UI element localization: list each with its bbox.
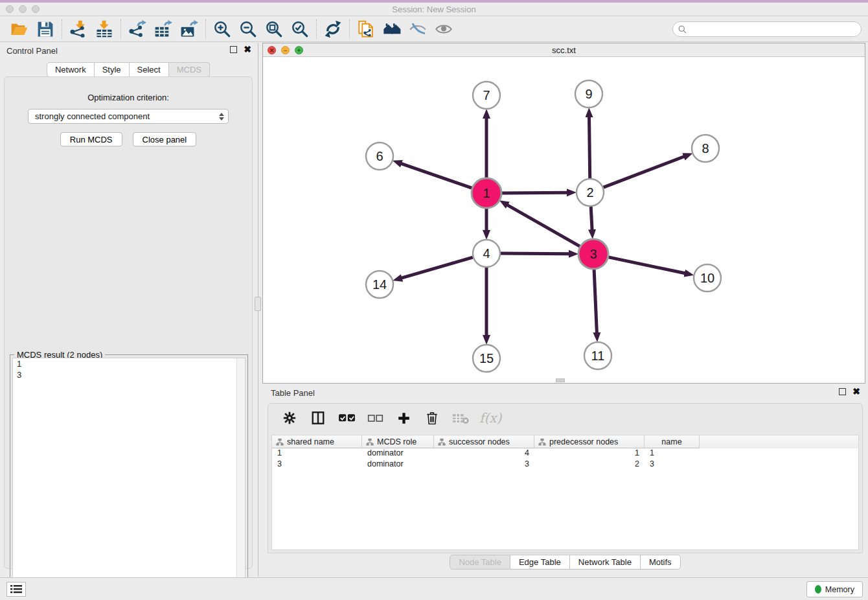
node-2[interactable]: 2 [577, 179, 604, 206]
edge-3-10[interactable] [609, 257, 685, 273]
tab-network[interactable]: Network [47, 62, 95, 77]
close-table-panel-icon[interactable]: ✖ [852, 388, 860, 395]
node-15[interactable]: 15 [473, 345, 500, 372]
column-visibility-icon[interactable] [308, 408, 328, 428]
search-input[interactable] [672, 21, 862, 37]
apply-layout-icon[interactable] [320, 18, 346, 40]
node-11[interactable]: 11 [584, 342, 611, 369]
toolbar-separator [349, 19, 350, 39]
node-3[interactable]: 3 [578, 239, 608, 269]
column-header-MCDS-role[interactable]: MCDS role [362, 435, 434, 448]
select-stepper-icon [219, 113, 224, 121]
node-9[interactable]: 9 [575, 80, 602, 108]
mcds-result-list[interactable]: 13 [12, 358, 246, 597]
zoom-out-icon[interactable] [235, 18, 261, 40]
edge-2-9[interactable] [589, 117, 590, 178]
splitter-grip[interactable] [255, 297, 261, 311]
zoom-fit-icon[interactable] [261, 18, 287, 40]
mcds-result-item[interactable]: 1 [13, 358, 245, 369]
edge-4-3[interactable] [501, 253, 569, 254]
network-frame-titlebar[interactable]: ✕ − + scc.txt [263, 43, 865, 57]
float-panel-icon[interactable] [230, 46, 237, 53]
table-cell[interactable]: dominator [362, 448, 434, 459]
column-header-name[interactable]: name [645, 435, 700, 448]
edge-1-6[interactable] [401, 163, 472, 188]
node-14[interactable]: 14 [366, 271, 393, 298]
table-cell[interactable]: 1 [645, 448, 700, 459]
export-table-icon[interactable] [150, 18, 176, 40]
edge-3-1[interactable] [507, 205, 580, 246]
table-cell[interactable]: 3 [272, 459, 362, 470]
column-header-shared-name[interactable]: shared name [272, 435, 362, 448]
result-scrollbar[interactable] [236, 358, 245, 596]
network-canvas[interactable]: 7968124314101511 [263, 57, 865, 383]
float-table-panel-icon[interactable] [839, 388, 846, 395]
zoom-selected-icon[interactable] [287, 18, 313, 40]
column-label: shared name [287, 437, 334, 446]
node-10[interactable]: 10 [694, 264, 721, 292]
node-8[interactable]: 8 [692, 135, 719, 162]
edge-2-8[interactable] [604, 157, 685, 188]
sort-column-icon[interactable] [276, 438, 284, 446]
table-cell[interactable]: 1 [534, 448, 645, 459]
frame-resize-grip[interactable] [556, 378, 565, 382]
export-network-icon[interactable] [124, 18, 150, 40]
select-all-rows-icon[interactable] [337, 408, 356, 428]
node-1[interactable]: 1 [472, 178, 501, 208]
show-all-icon[interactable] [431, 18, 457, 40]
add-column-icon[interactable] [394, 408, 413, 428]
sort-column-icon[interactable] [538, 438, 546, 446]
node-table[interactable]: shared nameMCDS rolesuccessor nodesprede… [271, 435, 859, 550]
sort-column-icon[interactable] [366, 438, 374, 446]
open-file-icon[interactable] [6, 18, 32, 40]
table-cell[interactable]: 2 [534, 459, 645, 470]
tab-node-table[interactable]: Node Table [450, 555, 510, 570]
criterion-select[interactable]: strongly connected component [28, 109, 229, 124]
edge-3-11[interactable] [594, 270, 597, 333]
import-table-icon[interactable] [91, 18, 117, 40]
tab-select[interactable]: Select [130, 62, 169, 77]
mcds-result-item[interactable]: 3 [13, 369, 245, 380]
export-image-icon[interactable] [176, 18, 202, 40]
table-options-gear-icon[interactable] [280, 408, 299, 428]
table-row[interactable]: 3dominator323 [272, 459, 858, 470]
table-cell[interactable]: 4 [434, 448, 534, 459]
tab-mcds[interactable]: MCDS [169, 62, 210, 77]
table-cell[interactable]: dominator [362, 459, 434, 470]
memory-button[interactable]: Memory [806, 581, 863, 597]
deselect-all-rows-icon[interactable] [365, 408, 385, 428]
svg-text:2: 2 [586, 185, 593, 200]
run-mcds-button[interactable]: Run MCDS [60, 132, 122, 146]
column-header-successor-nodes[interactable]: successor nodes [434, 435, 534, 448]
close-panel-button[interactable]: Close panel [133, 132, 197, 146]
import-network-icon[interactable] [65, 18, 91, 40]
zoom-in-icon[interactable] [209, 18, 235, 40]
sort-column-icon[interactable] [438, 438, 446, 446]
network-graph[interactable]: 7968124314101511 [263, 57, 865, 383]
table-row[interactable]: 1dominator411 [272, 448, 858, 459]
tab-network-table[interactable]: Network Table [570, 555, 641, 570]
tab-motifs[interactable]: Motifs [641, 555, 681, 570]
close-panel-icon[interactable]: ✖ [244, 46, 251, 53]
node-4[interactable]: 4 [473, 240, 500, 267]
table-toolbar: f(x) [268, 404, 862, 432]
status-bar: Memory [0, 577, 868, 600]
node-6[interactable]: 6 [366, 143, 393, 170]
first-neighbors-icon[interactable] [379, 18, 405, 40]
column-header-predecessor-nodes[interactable]: predecessor nodes [534, 435, 645, 448]
table-cell[interactable]: 1 [272, 448, 362, 459]
tab-style[interactable]: Style [95, 62, 130, 77]
node-7[interactable]: 7 [473, 82, 500, 109]
table-cell[interactable]: 3 [645, 459, 700, 470]
edge-1-2[interactable] [502, 192, 567, 193]
hide-selected-icon[interactable] [405, 18, 431, 40]
tab-edge-table[interactable]: Edge Table [510, 555, 570, 570]
delete-column-icon[interactable] [422, 408, 442, 428]
table-cell[interactable]: 3 [434, 459, 534, 470]
task-history-button[interactable] [6, 582, 26, 597]
edge-4-14[interactable] [402, 257, 473, 278]
clone-network-icon[interactable] [353, 18, 379, 40]
save-session-icon[interactable] [32, 18, 58, 40]
table-header-row: shared nameMCDS rolesuccessor nodesprede… [272, 435, 858, 448]
edge-2-3[interactable] [591, 207, 592, 230]
